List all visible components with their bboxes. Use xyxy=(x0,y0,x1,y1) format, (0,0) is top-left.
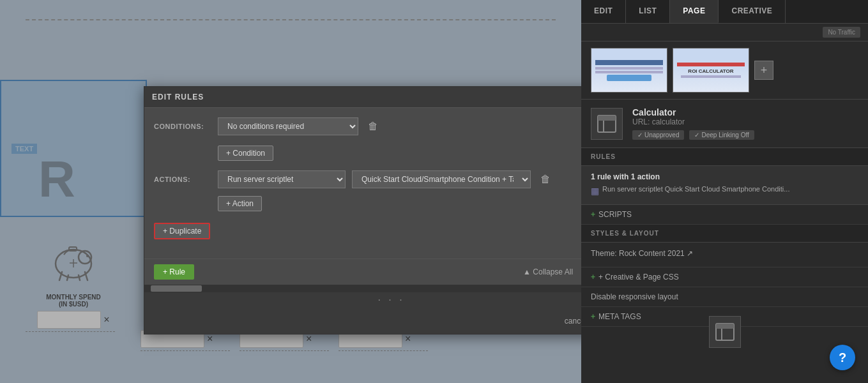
styles-section: Theme: Rock Content 2021 ↗ xyxy=(581,243,868,267)
add-preview-button[interactable]: + xyxy=(754,61,773,80)
server-icon: ▦ xyxy=(591,185,599,198)
external-link-icon: ↗ xyxy=(687,249,693,258)
actions-dropdown-2[interactable]: Quick Start Cloud/Smartphone Condition +… xyxy=(352,170,531,188)
collapse-arrow-icon: ▲ xyxy=(523,267,531,276)
conditions-label: CONDITIONS: xyxy=(154,123,211,130)
add-action-button[interactable]: + Action xyxy=(218,196,262,211)
meta-tags-label: META TAGS xyxy=(598,312,641,321)
right-panel: EDIT LIST PAGE CREATIVE No Traffic ROI C… xyxy=(581,0,868,383)
panel-tabs: EDIT LIST PAGE CREATIVE xyxy=(581,0,868,24)
check-icon-2: ✓ xyxy=(694,131,699,139)
svg-rect-14 xyxy=(716,324,734,329)
delete-action-button[interactable]: 🗑 xyxy=(537,172,554,186)
help-button[interactable]: ? xyxy=(830,345,855,370)
conditions-dropdown[interactable]: No conditions required xyxy=(218,117,358,135)
layout-info: Calculator URL: calculator ✓ Unapproved … xyxy=(632,107,858,140)
modal-header: EDIT RULES ⊡ xyxy=(144,87,638,108)
rules-box[interactable]: 1 rule with 1 action ▦ Run server script… xyxy=(581,166,868,205)
actions-row: ACTIONS: Run server scriptlet Quick Star… xyxy=(154,170,628,188)
check-icon: ✓ xyxy=(637,131,643,139)
layout-name: Calculator xyxy=(632,107,858,117)
horizontal-scrollbar[interactable] xyxy=(144,285,638,292)
disable-responsive-item: Disable responsive layout xyxy=(581,287,868,307)
modal-body: CONDITIONS: No conditions required 🗑 + C… xyxy=(144,108,638,252)
add-condition-button[interactable]: + Condition xyxy=(218,146,273,161)
css-plus-icon: + xyxy=(591,273,595,282)
collapse-all-link[interactable]: ▲ Collapse All xyxy=(523,267,573,276)
preview-thumb-1[interactable] xyxy=(591,48,667,93)
actions-dropdown-1[interactable]: Run server scriptlet xyxy=(218,170,346,188)
deep-linking-badge: ✓ Deep Linking Off xyxy=(689,130,754,140)
tab-creative[interactable]: CREATIVE xyxy=(719,0,786,23)
styles-section-header: STYLES & LAYOUT xyxy=(581,225,868,243)
creative-page-css-item[interactable]: + + Creative & Page CSS xyxy=(581,267,868,287)
scripts-label: SCRIPTS xyxy=(598,210,632,219)
svg-rect-11 xyxy=(598,116,616,121)
add-rule-button[interactable]: + Rule xyxy=(154,264,194,280)
modal-bottom-bar: + Rule ▲ Collapse All ▼ Expand All xyxy=(144,259,638,285)
conditions-row: CONDITIONS: No conditions required 🗑 xyxy=(154,117,628,135)
tab-list[interactable]: LIST xyxy=(626,0,670,23)
unapproved-badge: ✓ Unapproved xyxy=(632,130,684,140)
disable-responsive-label: Disable responsive layout xyxy=(591,292,678,301)
rules-title: 1 rule with 1 action xyxy=(591,172,858,181)
layout-badges: ✓ Unapproved ✓ Deep Linking Off xyxy=(632,130,858,140)
hscroll-thumb[interactable] xyxy=(151,285,202,292)
scripts-plus-icon: + xyxy=(591,210,595,219)
no-traffic-badge: No Traffic xyxy=(823,27,860,38)
layout-section: Calculator URL: calculator ✓ Unapproved … xyxy=(581,100,868,148)
creative-page-css-label: + Creative & Page CSS xyxy=(598,273,679,282)
preview-thumb-2[interactable]: ROI CALCULATOR xyxy=(673,48,749,93)
scripts-item[interactable]: + SCRIPTS xyxy=(581,205,868,225)
rules-detail: ▦ Run server scriptlet Quick Start Cloud… xyxy=(591,184,858,198)
modal-dots: · · · xyxy=(144,292,638,308)
edit-rules-modal: EDIT RULES ⊡ CONDITIONS: No conditions r… xyxy=(144,86,639,334)
styles-theme: Theme: Rock Content 2021 ↗ xyxy=(591,249,858,258)
delete-condition-button[interactable]: 🗑 xyxy=(365,119,381,133)
actions-label: ACTIONS: xyxy=(154,176,211,183)
layout-icon xyxy=(591,108,623,140)
duplicate-button[interactable]: + Duplicate xyxy=(154,223,210,239)
preview-area: ROI CALCULATOR + xyxy=(581,41,868,100)
rules-section-header: RULES xyxy=(581,148,868,166)
layout-url: URL: calculator xyxy=(632,117,858,126)
meta-plus-icon: + xyxy=(591,312,595,321)
modal-title: EDIT RULES xyxy=(152,93,204,101)
tab-page[interactable]: PAGE xyxy=(670,0,719,23)
tab-edit[interactable]: EDIT xyxy=(581,0,626,23)
modal-footer: cancel OK xyxy=(144,308,638,334)
bottom-layout-icon xyxy=(709,316,741,348)
